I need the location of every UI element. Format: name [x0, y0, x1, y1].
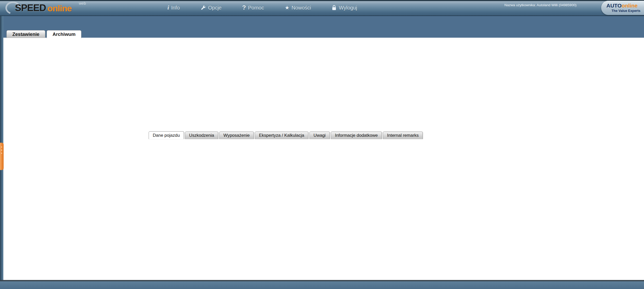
tab-zestawienie[interactable]: Zestawienie — [6, 30, 45, 38]
brand-online-text: online — [622, 3, 638, 9]
nav-logout[interactable]: Wyloguj — [332, 5, 357, 11]
tab-archiwum-label: Archiwum — [53, 31, 75, 37]
autoonline-brand-logo[interactable]: AUTOonline The Value Experts — [601, 1, 644, 15]
expander-arrow-icon: ▸ — [1, 152, 3, 154]
tab-uszkodzenia-label: Uszkodzenia — [189, 133, 214, 138]
expander-arrow-icon: ▸ — [1, 146, 3, 148]
logo-online-text: online — [47, 3, 72, 13]
tab-ekspertyza[interactable]: Ekspertyza / Kalkulacja — [255, 132, 308, 139]
panel-expander-handle[interactable]: ▸ ▸ ▸ — [0, 143, 4, 170]
logo-web-text: web — [79, 1, 86, 5]
tab-archiwum[interactable]: Archiwum — [47, 30, 81, 38]
page-footer: a Solera compa — [0, 280, 644, 289]
tab-informacje-dodatkowe[interactable]: Informacje dodatkowe — [331, 132, 382, 139]
tab-zestawienie-label: Zestawienie — [12, 31, 39, 37]
tab-ekspertyza-label: Ekspertyza / Kalkulacja — [259, 133, 304, 138]
main-tab-bar: Zestawienie Archiwum — [6, 30, 83, 38]
tab-informacje-dodatkowe-label: Informacje dodatkowe — [335, 133, 378, 138]
tab-uwagi-label: Uwagi — [313, 133, 326, 138]
nav-options-label: Opcje — [208, 5, 222, 11]
brand-tagline: The Value Experts — [612, 9, 644, 13]
detail-tab-bar: Dane pojazdu Uszkodzenia Wyposażenie Eks… — [149, 131, 424, 139]
logo-speed-text: SPEED — [15, 3, 46, 13]
main-nav: i Info Opcje ? Pomoc ★ Nowości — [167, 4, 357, 11]
nav-info[interactable]: i Info — [167, 4, 180, 11]
nav-info-label: Info — [171, 5, 180, 11]
tab-dane-pojazdu[interactable]: Dane pojazdu — [149, 131, 184, 139]
nav-logout-label: Wyloguj — [339, 5, 357, 11]
tab-uszkodzenia[interactable]: Uszkodzenia — [185, 132, 218, 139]
info-icon: i — [167, 4, 169, 11]
top-header: SPEED online web i Info Opcje ? Pomoc ★ … — [0, 0, 644, 16]
username-display: Nazwa użytkownika: Autoland Willi (04985… — [504, 3, 582, 7]
tab-uwagi[interactable]: Uwagi — [309, 132, 330, 139]
brand-auto-text: AUTO — [606, 3, 622, 9]
tab-internal-remarks-label: Internal remarks — [387, 133, 419, 138]
wrench-icon — [200, 5, 206, 11]
nav-help-label: Pomoc — [248, 5, 264, 11]
content-panel — [3, 38, 644, 280]
help-icon: ? — [242, 4, 246, 11]
star-icon: ★ — [285, 5, 290, 11]
tab-wyposazenie[interactable]: Wyposażenie — [219, 132, 254, 139]
tab-wyposazenie-label: Wyposażenie — [223, 133, 250, 138]
lock-icon — [332, 5, 337, 11]
expander-arrow-icon: ▸ — [1, 149, 3, 151]
nav-news-label: Nowości — [292, 5, 311, 11]
tab-dane-pojazdu-label: Dane pojazdu — [153, 133, 180, 138]
nav-options[interactable]: Opcje — [200, 5, 222, 11]
nav-help[interactable]: ? Pomoc — [242, 4, 264, 11]
tab-internal-remarks[interactable]: Internal remarks — [383, 132, 423, 139]
speedonline-app: SPEED online web i Info Opcje ? Pomoc ★ … — [0, 0, 644, 289]
nav-news[interactable]: ★ Nowości — [285, 5, 311, 11]
